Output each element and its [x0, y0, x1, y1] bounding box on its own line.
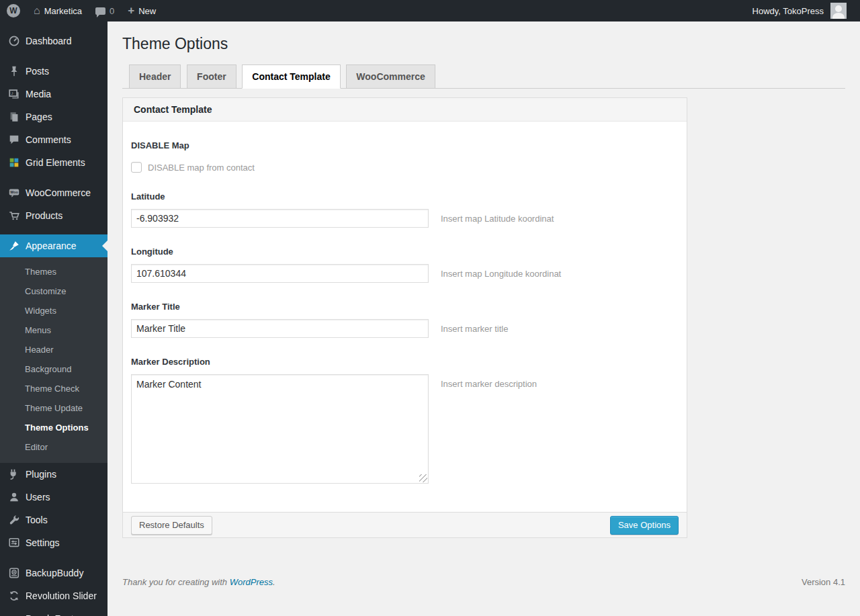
version-text: Version 4.1 [802, 577, 845, 587]
submenu-item-theme-check[interactable]: Theme Check [0, 379, 108, 398]
panel-body: DISABLE Map DISABLE map from contact Lat… [123, 122, 687, 512]
sidebar-item-appearance[interactable]: Appearance [0, 234, 108, 257]
svg-text:Woo: Woo [10, 190, 18, 194]
panel-footer: Restore Defaults Save Options [123, 512, 687, 537]
appearance-submenu: Themes Customize Widgets Menus Header Ba… [0, 257, 108, 463]
latitude-input[interactable] [131, 209, 429, 228]
submenu-item-themes[interactable]: Themes [0, 262, 108, 281]
plugin-icon [7, 468, 21, 481]
sidebar-item-products[interactable]: Products [0, 204, 108, 227]
submenu-item-background[interactable]: Background [0, 359, 108, 379]
tab-bar: Header Footer Contact Template WooCommer… [122, 64, 845, 89]
submenu-item-theme-options[interactable]: Theme Options [0, 418, 108, 437]
contact-template-panel: Contact Template DISABLE Map DISABLE map… [122, 97, 687, 538]
wordpress-logo-icon: W [7, 4, 20, 17]
latitude-label: Latitude [131, 191, 679, 202]
page-footer: Thank you for creating with WordPress. V… [122, 577, 845, 595]
user-icon [7, 490, 21, 504]
longitude-label: Longitude [131, 247, 679, 257]
menu-separator [0, 174, 108, 181]
menu-separator [0, 554, 108, 562]
sidebar-item-users[interactable]: Users [0, 486, 108, 509]
sidebar-item-grid-elements[interactable]: Grid Elements [0, 151, 108, 174]
site-name-link[interactable]: ⌂ Marketica [27, 0, 89, 21]
marker-description-description: Insert marker description [441, 374, 537, 389]
submenu-item-menus[interactable]: Menus [0, 320, 108, 340]
disable-map-label: DISABLE Map [131, 140, 679, 150]
pushpin-icon [7, 64, 21, 78]
submenu-item-customize[interactable]: Customize [0, 281, 108, 301]
comment-bubble-icon [95, 7, 105, 15]
letter-a-icon: A [7, 612, 21, 616]
submenu-item-header[interactable]: Header [0, 340, 108, 359]
tab-woocommerce[interactable]: WooCommerce [346, 64, 435, 89]
cart-icon [7, 209, 21, 222]
user-avatar [830, 3, 847, 19]
resize-grip[interactable] [419, 474, 427, 482]
longitude-description: Insert map Longitude koordinat [441, 264, 561, 279]
sidebar-item-media[interactable]: ♪ Media [0, 83, 108, 105]
howdy-text: Howdy, TokoPress [752, 6, 826, 16]
wordpress-logo-menu[interactable]: W [0, 0, 27, 21]
main-content: Theme Options Header Footer Contact Temp… [108, 0, 860, 595]
brush-icon [7, 239, 21, 253]
comments-admin-link[interactable]: 0 [89, 0, 121, 21]
sidebar-item-plugins[interactable]: Plugins [0, 463, 108, 486]
submenu-item-widgets[interactable]: Widgets [0, 301, 108, 320]
menu-separator [0, 52, 108, 60]
new-label: New [138, 6, 156, 16]
tab-footer[interactable]: Footer [187, 64, 236, 89]
restore-defaults-button[interactable]: Restore Defaults [131, 516, 212, 535]
settings-icon [7, 536, 21, 549]
marker-title-label: Marker Title [131, 302, 679, 312]
admin-sidebar: Dashboard Posts ♪ Media Pages Comments G… [0, 21, 108, 616]
panel-title: Contact Template [123, 98, 687, 122]
sidebar-item-dashboard[interactable]: Dashboard [0, 30, 108, 52]
page-title: Theme Options [122, 28, 845, 56]
sidebar-item-comments[interactable]: Comments [0, 128, 108, 151]
submenu-item-theme-update[interactable]: Theme Update [0, 398, 108, 418]
submenu-item-editor[interactable]: Editor [0, 437, 108, 457]
dashboard-icon [7, 34, 21, 48]
disable-map-checkbox[interactable] [131, 162, 142, 173]
new-content-menu[interactable]: + New [121, 0, 163, 21]
sidebar-item-settings[interactable]: Settings [0, 531, 108, 554]
sidebar-item-backupbuddy[interactable]: BackupBuddy [0, 562, 108, 584]
comment-icon [7, 133, 21, 146]
woocommerce-icon: Woo [7, 186, 21, 200]
refresh-icon [7, 589, 21, 603]
menu-separator [0, 227, 108, 234]
footer-thanks-text: Thank you for creating with WordPress. [122, 577, 275, 587]
sidebar-item-woocommerce[interactable]: Woo WooCommerce [0, 181, 108, 204]
home-icon: ⌂ [34, 5, 40, 16]
svg-text:♪: ♪ [11, 90, 14, 96]
plus-icon: + [128, 5, 134, 16]
disable-map-checkbox-label: DISABLE map from contact [148, 163, 255, 173]
pages-icon [7, 110, 21, 124]
longitude-input[interactable] [131, 264, 429, 283]
marker-title-input[interactable] [131, 319, 429, 338]
admin-bar: W ⌂ Marketica 0 + New Howdy, TokoPress [0, 0, 860, 21]
sidebar-item-punch-fonts[interactable]: A Punch Fonts [0, 607, 108, 616]
marker-title-description: Insert marker title [441, 319, 508, 334]
marker-description-textarea[interactable]: Marker Content [131, 374, 429, 484]
media-icon: ♪ [7, 87, 21, 101]
grid-elements-icon [7, 156, 21, 169]
site-name: Marketica [44, 6, 82, 16]
wrench-icon [7, 513, 21, 527]
sidebar-item-revolution-slider[interactable]: Revolution Slider [0, 584, 108, 607]
tab-contact-template[interactable]: Contact Template [242, 64, 340, 89]
backup-icon [7, 566, 21, 580]
tab-header[interactable]: Header [129, 64, 181, 89]
sidebar-item-tools[interactable]: Tools [0, 509, 108, 531]
sidebar-item-posts[interactable]: Posts [0, 60, 108, 83]
save-options-button[interactable]: Save Options [610, 516, 679, 535]
marker-description-label: Marker Description [131, 357, 679, 367]
latitude-description: Insert map Latitude koordinat [441, 209, 554, 224]
account-menu[interactable]: Howdy, TokoPress [746, 0, 860, 21]
sidebar-item-pages[interactable]: Pages [0, 105, 108, 128]
wordpress-link[interactable]: WordPress [230, 577, 273, 587]
comment-count: 0 [110, 6, 114, 16]
